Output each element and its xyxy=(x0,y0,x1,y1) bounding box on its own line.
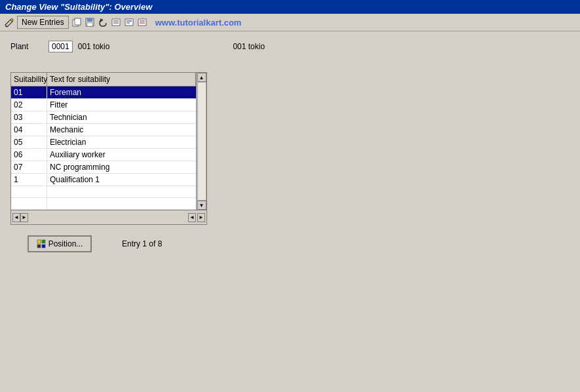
footer-right-btn-2[interactable]: ► xyxy=(197,213,205,222)
table-row[interactable]: 03Technician xyxy=(11,111,206,124)
plant-name: 001 tokio xyxy=(78,42,110,51)
svg-rect-23 xyxy=(42,245,45,248)
cell-suitability: 03 xyxy=(11,111,47,123)
position-icon xyxy=(37,239,46,248)
plant-code: 0001 xyxy=(48,41,73,52)
table-body: 01Foreman02Fitter03Technician04Mechanic0… xyxy=(11,87,206,186)
cell-suitability: 05 xyxy=(11,136,47,148)
bottom-bar: Position... Entry 1 of 8 xyxy=(10,235,570,252)
plant-label: Plant xyxy=(10,42,43,51)
cell-suitability: 04 xyxy=(11,124,47,136)
scroll-left-btn[interactable]: ◄ xyxy=(12,213,20,222)
table-row[interactable]: 05Electrician xyxy=(11,136,206,149)
table-row[interactable]: 1Qualification 1 xyxy=(11,174,206,186)
col-header-text: Text for suitability xyxy=(47,73,196,86)
table-row[interactable]: 01Foreman xyxy=(11,87,206,99)
table-row[interactable]: 04Mechanic xyxy=(11,124,206,136)
cell-text: NC programming xyxy=(47,161,206,173)
toolbar: New Entries xyxy=(0,14,580,31)
scroll-up-btn[interactable]: ▲ xyxy=(197,73,206,82)
table-header: Suitability Text for suitability xyxy=(11,73,206,87)
svg-rect-7 xyxy=(112,19,120,26)
cell-suitability: 07 xyxy=(11,161,47,173)
cell-suitability: 01 xyxy=(11,87,47,98)
plant-right-text: 001 tokio xyxy=(233,42,265,51)
scroll-down-btn[interactable]: ▼ xyxy=(197,201,206,210)
empty-row-2 xyxy=(11,198,206,210)
svg-rect-13 xyxy=(138,19,146,26)
cell-text: Electrician xyxy=(47,136,206,148)
cell-text: Qualification 1 xyxy=(47,174,206,186)
scroll-track[interactable] xyxy=(197,82,206,201)
cell-text: Auxiliary worker xyxy=(47,149,206,161)
svg-rect-4 xyxy=(87,18,92,22)
vertical-scrollbar[interactable]: ▲ ▼ xyxy=(196,73,206,210)
svg-rect-5 xyxy=(87,23,92,26)
table-row[interactable]: 06Auxiliary worker xyxy=(11,149,206,161)
plant-row: Plant 0001 001 tokio 001 tokio xyxy=(10,41,570,52)
svg-rect-22 xyxy=(37,245,41,248)
suitability-table: Suitability Text for suitability ▲ ▼ 01F… xyxy=(10,72,207,225)
empty-row-1 xyxy=(11,186,206,198)
cell-suitability: 02 xyxy=(11,99,47,111)
svg-rect-21 xyxy=(42,240,45,243)
position-button[interactable]: Position... xyxy=(28,235,92,252)
table-row[interactable]: 07NC programming xyxy=(11,161,206,174)
entry-count: Entry 1 of 8 xyxy=(122,239,162,248)
nav-icon-2[interactable] xyxy=(124,17,134,28)
col-header-suitability: Suitability xyxy=(11,73,47,86)
svg-marker-6 xyxy=(100,18,103,22)
cell-text: Mechanic xyxy=(47,124,206,136)
svg-rect-20 xyxy=(37,240,41,243)
cell-suitability: 1 xyxy=(11,174,47,186)
cell-text: Technician xyxy=(47,111,206,123)
cell-text: Fitter xyxy=(47,99,206,111)
copy-icon[interactable] xyxy=(71,17,82,28)
footer-right-btn-1[interactable]: ◄ xyxy=(188,213,196,222)
svg-rect-2 xyxy=(75,18,81,25)
content-area: Plant 0001 001 tokio 001 tokio Suitabili… xyxy=(0,31,580,258)
position-btn-label: Position... xyxy=(48,239,83,248)
undo-icon[interactable] xyxy=(98,17,108,28)
table-row[interactable]: 02Fitter xyxy=(11,99,206,111)
svg-rect-10 xyxy=(125,19,133,26)
cell-text: Foreman xyxy=(47,87,206,98)
table-footer: ◄ ► ◄ ► xyxy=(11,210,206,224)
watermark: www.tutorialkart.com xyxy=(155,18,242,28)
cell-suitability: 06 xyxy=(11,149,47,161)
edit-icon xyxy=(4,17,14,28)
title-bar: Change View "Suitability": Overview xyxy=(0,0,580,14)
nav-icon-1[interactable] xyxy=(111,17,121,28)
scroll-right-btn[interactable]: ► xyxy=(20,213,28,222)
title-text: Change View "Suitability": Overview xyxy=(5,2,152,12)
new-entries-button[interactable]: New Entries xyxy=(17,16,69,29)
save-icon[interactable] xyxy=(85,17,95,28)
nav-icon-3[interactable] xyxy=(137,17,147,28)
